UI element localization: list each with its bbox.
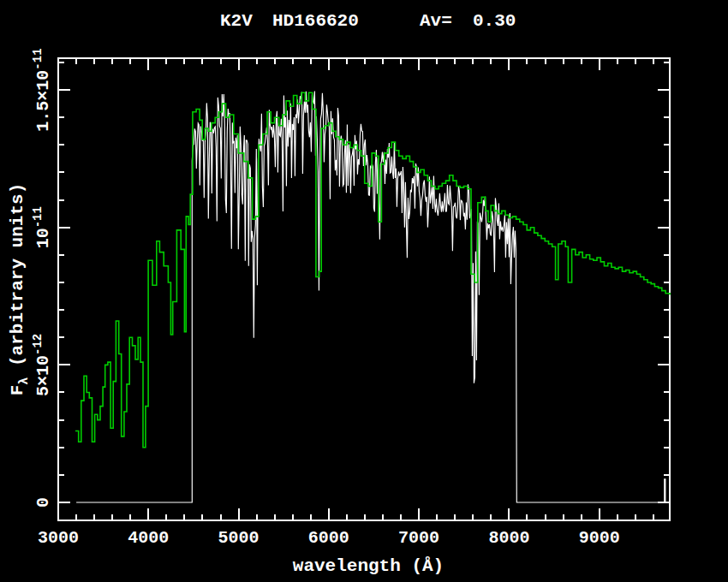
title-star-type: K2V <box>220 11 253 31</box>
data-series <box>75 92 670 502</box>
y-tick-label: 1.5×10-11 <box>31 48 53 131</box>
x-tick-label: 6000 <box>308 528 349 548</box>
green-spectrum-line <box>75 92 670 448</box>
x-tick-label: 5000 <box>218 528 260 548</box>
y-tick-label: 0 <box>33 497 53 508</box>
plot-title: K2V HD166620 Av= 0.30 <box>220 11 516 31</box>
title-av-value: 0.30 <box>473 11 516 31</box>
x-tick-label: 9000 <box>579 528 620 548</box>
y-tick-label: 5×10-12 <box>31 334 53 396</box>
y-tick-label: 10-11 <box>31 206 53 248</box>
x-tick-label: 3000 <box>38 528 79 548</box>
x-tick-label: 4000 <box>128 528 169 548</box>
plot-frame <box>58 58 670 520</box>
y-axis-label: Fλ (arbitrary units) <box>8 183 32 395</box>
x-axis-label: wavelength (Å) <box>293 555 444 576</box>
title-star-id: HD166620 <box>272 11 359 31</box>
title-av-label: Av= <box>420 11 452 31</box>
x-tick-label: 8000 <box>488 528 529 548</box>
spectrum-plot-screen: K2V HD166620 Av= 0.30 300040005000600070… <box>0 0 728 582</box>
x-tick-label: 7000 <box>398 528 439 548</box>
spectrum-plot: K2V HD166620 Av= 0.30 300040005000600070… <box>0 0 728 582</box>
